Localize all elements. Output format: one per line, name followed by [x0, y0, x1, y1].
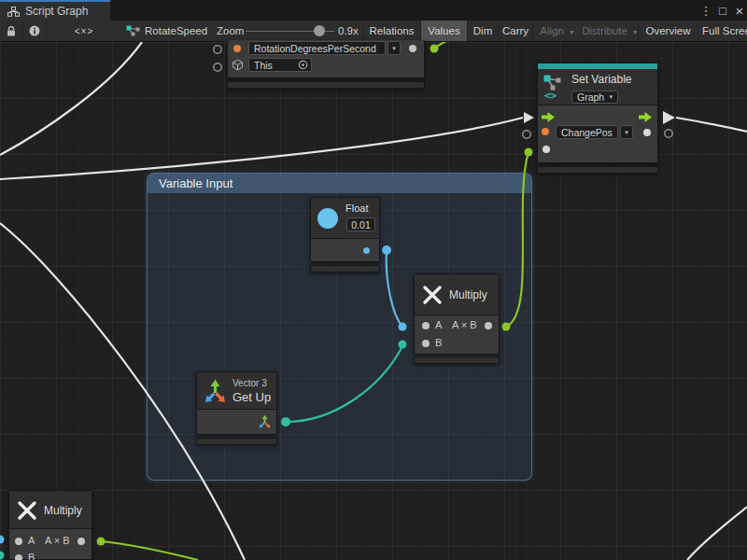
port-dot-green[interactable] — [430, 45, 439, 53]
port-dot-teal[interactable] — [0, 552, 5, 560]
float-value: 0.01 — [351, 219, 370, 231]
graph-canvas[interactable]: Variable Input — [0, 42, 747, 560]
flow-in-arrow-icon[interactable] — [542, 112, 555, 122]
this-object-field[interactable]: This — [248, 58, 312, 72]
scope-dropdown[interactable]: Graph ▾ — [571, 91, 618, 104]
node-footer — [537, 166, 658, 174]
node-body — [197, 410, 276, 434]
chevron-down-icon: ▾ — [625, 129, 628, 136]
ring-port[interactable] — [214, 63, 221, 71]
node-multiply-2[interactable]: Multiply A A × B B — [8, 490, 92, 560]
flow-out-arrow-icon[interactable] — [639, 112, 652, 122]
overview-button[interactable]: Overview — [638, 21, 698, 41]
node-title: Multiply — [449, 288, 487, 301]
this-label: This — [254, 60, 273, 71]
node-multiply[interactable]: Multiply A A × B B — [414, 273, 500, 355]
code-view-button[interactable]: <×> — [46, 21, 121, 41]
flow-wire-to-set-variable — [0, 118, 523, 179]
window-menu-icon[interactable]: ⋮ — [698, 0, 714, 21]
group-title: Variable Input — [159, 176, 233, 190]
vector3-icon — [203, 378, 228, 403]
variable-dropdown-button[interactable]: ▾ — [620, 125, 633, 139]
group-header[interactable]: Variable Input — [148, 174, 531, 193]
maximize-icon[interactable]: □ — [714, 0, 731, 21]
ring-port[interactable] — [523, 131, 530, 138]
tab-title: Script Graph — [25, 5, 88, 18]
lock-button[interactable] — [0, 21, 22, 41]
align-button[interactable]: Align ▼ — [532, 21, 582, 41]
relations-button[interactable]: Relations — [362, 21, 420, 41]
chevron-down-icon: ▾ — [609, 93, 613, 101]
dim-button[interactable]: Dim — [467, 21, 498, 41]
node-footer — [310, 265, 380, 273]
vector3-output-icon[interactable] — [258, 414, 272, 428]
ring-port[interactable] — [214, 46, 221, 53]
node-title: Float — [345, 203, 368, 214]
object-picker-icon[interactable] — [298, 60, 308, 70]
node-title: Multiply — [44, 504, 82, 517]
ring-port[interactable] — [665, 130, 672, 137]
node-float[interactable]: Float 0.01 — [310, 197, 380, 262]
variable-dropdown-button[interactable]: ▾ — [388, 41, 401, 55]
flow-wire-bottom-right — [687, 507, 747, 560]
port-a-label: A — [28, 535, 35, 546]
node-set-variable[interactable]: <> Set Variable Graph ▾ ChangePos ▾ — [537, 63, 658, 163]
output-port-dot[interactable] — [409, 45, 416, 52]
float-value-input[interactable]: 0.01 — [346, 217, 375, 231]
distribute-label: Distribute — [582, 25, 627, 36]
output-port-dot[interactable] — [78, 538, 85, 545]
chevron-down-icon: ▼ — [569, 29, 575, 35]
zoom-label: Zoom — [217, 21, 244, 41]
flow-port-triangle[interactable] — [663, 111, 675, 124]
cube-icon — [232, 59, 244, 71]
input-port-a-dot[interactable] — [15, 538, 22, 545]
graph-toolbar: <×> RotateSpeed Zoom 0.9x Relations Valu… — [0, 21, 747, 42]
info-icon — [29, 25, 40, 36]
values-button[interactable]: Values — [420, 21, 467, 41]
zoom-value: 0.9x — [338, 21, 359, 41]
value-wire-green-bottom — [101, 541, 198, 560]
graph-icon — [126, 25, 140, 36]
set-variable-icon: <> — [543, 74, 564, 100]
full-screen-button[interactable]: Full Screen — [698, 21, 747, 41]
float-value-icon — [317, 208, 338, 229]
node-get-variable[interactable]: RotationDegreesPerSecond ▾ This — [227, 40, 425, 78]
variable-port-dot[interactable] — [542, 128, 549, 135]
node-subtitle: Vector 3 — [233, 378, 267, 388]
port-out-label: A × B — [45, 535, 70, 546]
port-dot-green[interactable] — [97, 538, 106, 546]
variable-name-dropdown[interactable]: ChangePos — [556, 125, 618, 139]
output-port-dot[interactable] — [485, 322, 492, 329]
zoom-slider-handle[interactable] — [314, 25, 325, 36]
variable-name: RotationDegreesPerSecond — [254, 43, 376, 54]
node-footer — [227, 81, 425, 89]
distribute-button[interactable]: Distribute ▼ — [582, 21, 638, 41]
breadcrumb[interactable]: RotateSpeed — [126, 21, 207, 41]
output-port-dot[interactable] — [643, 129, 651, 136]
node-vector3-get-up[interactable]: Vector 3 Get Up — [196, 371, 277, 435]
variable-name-dropdown[interactable]: RotationDegreesPerSecond — [248, 41, 386, 55]
node-body — [311, 239, 379, 261]
tab-script-graph[interactable]: Script Graph — [0, 0, 110, 21]
carry-button[interactable]: Carry — [498, 21, 532, 41]
value-input-port-dot[interactable] — [543, 146, 550, 153]
input-port-b-dot[interactable] — [422, 340, 430, 347]
code-icon: <×> — [75, 26, 94, 36]
node-body: A A × B B — [9, 529, 92, 559]
input-port-b-dot[interactable] — [15, 554, 22, 560]
value-wire-green-top — [434, 42, 446, 49]
port-dot-green[interactable] — [525, 148, 533, 157]
close-icon[interactable]: × — [731, 0, 747, 21]
input-port-a-dot[interactable] — [422, 322, 430, 329]
flow-port-triangle[interactable] — [524, 112, 534, 123]
multiply-icon — [17, 500, 37, 521]
info-button[interactable] — [22, 21, 46, 41]
node-title: Get Up — [233, 390, 271, 404]
port-a-label: A — [435, 319, 442, 330]
node-footer — [414, 357, 500, 364]
flow-wire — [0, 42, 142, 155]
breadcrumb-label: RotateSpeed — [145, 25, 207, 36]
port-dot-blue[interactable] — [0, 536, 5, 544]
output-port-dot[interactable] — [363, 247, 370, 254]
variable-port-dot[interactable] — [233, 45, 241, 52]
